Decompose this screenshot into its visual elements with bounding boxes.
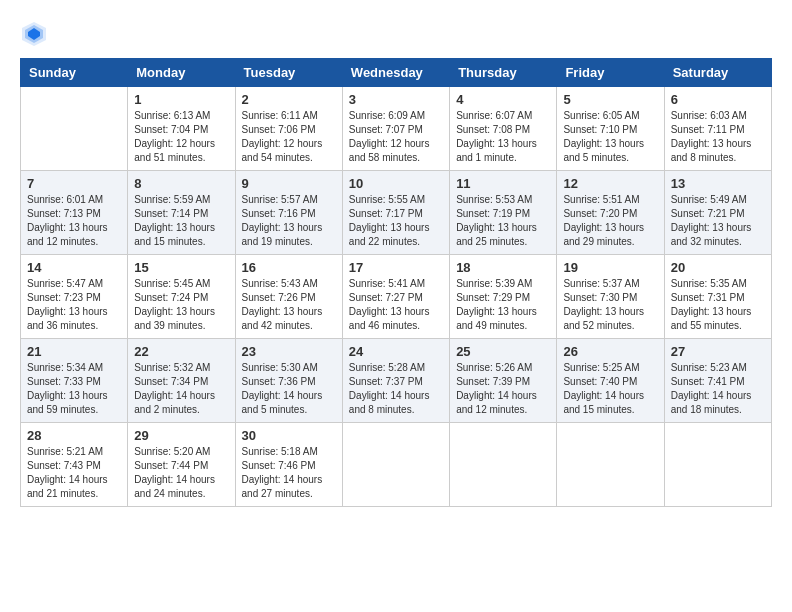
calendar-cell: 27Sunrise: 5:23 AMSunset: 7:41 PMDayligh… [664,339,771,423]
weekday-header-thursday: Thursday [450,59,557,87]
cell-sun-info: Sunrise: 5:18 AMSunset: 7:46 PMDaylight:… [242,445,336,501]
cell-sun-info: Sunrise: 5:35 AMSunset: 7:31 PMDaylight:… [671,277,765,333]
calendar-cell [21,87,128,171]
cell-date-number: 6 [671,92,765,107]
cell-date-number: 23 [242,344,336,359]
calendar-cell: 24Sunrise: 5:28 AMSunset: 7:37 PMDayligh… [342,339,449,423]
cell-sun-info: Sunrise: 5:59 AMSunset: 7:14 PMDaylight:… [134,193,228,249]
cell-sun-info: Sunrise: 6:07 AMSunset: 7:08 PMDaylight:… [456,109,550,165]
cell-date-number: 3 [349,92,443,107]
calendar-cell: 4Sunrise: 6:07 AMSunset: 7:08 PMDaylight… [450,87,557,171]
cell-date-number: 21 [27,344,121,359]
cell-date-number: 14 [27,260,121,275]
calendar-table: SundayMondayTuesdayWednesdayThursdayFrid… [20,58,772,507]
calendar-cell: 28Sunrise: 5:21 AMSunset: 7:43 PMDayligh… [21,423,128,507]
cell-sun-info: Sunrise: 5:30 AMSunset: 7:36 PMDaylight:… [242,361,336,417]
cell-sun-info: Sunrise: 5:55 AMSunset: 7:17 PMDaylight:… [349,193,443,249]
calendar-cell: 15Sunrise: 5:45 AMSunset: 7:24 PMDayligh… [128,255,235,339]
cell-sun-info: Sunrise: 5:21 AMSunset: 7:43 PMDaylight:… [27,445,121,501]
calendar-cell: 22Sunrise: 5:32 AMSunset: 7:34 PMDayligh… [128,339,235,423]
cell-sun-info: Sunrise: 5:49 AMSunset: 7:21 PMDaylight:… [671,193,765,249]
calendar-cell: 19Sunrise: 5:37 AMSunset: 7:30 PMDayligh… [557,255,664,339]
cell-sun-info: Sunrise: 5:25 AMSunset: 7:40 PMDaylight:… [563,361,657,417]
calendar-cell: 13Sunrise: 5:49 AMSunset: 7:21 PMDayligh… [664,171,771,255]
cell-date-number: 10 [349,176,443,191]
cell-date-number: 20 [671,260,765,275]
cell-sun-info: Sunrise: 6:01 AMSunset: 7:13 PMDaylight:… [27,193,121,249]
cell-date-number: 25 [456,344,550,359]
cell-sun-info: Sunrise: 5:47 AMSunset: 7:23 PMDaylight:… [27,277,121,333]
cell-sun-info: Sunrise: 5:39 AMSunset: 7:29 PMDaylight:… [456,277,550,333]
cell-date-number: 13 [671,176,765,191]
cell-sun-info: Sunrise: 5:41 AMSunset: 7:27 PMDaylight:… [349,277,443,333]
logo-icon [20,20,48,48]
calendar-cell: 8Sunrise: 5:59 AMSunset: 7:14 PMDaylight… [128,171,235,255]
cell-date-number: 1 [134,92,228,107]
cell-sun-info: Sunrise: 6:09 AMSunset: 7:07 PMDaylight:… [349,109,443,165]
weekday-header-sunday: Sunday [21,59,128,87]
cell-sun-info: Sunrise: 6:05 AMSunset: 7:10 PMDaylight:… [563,109,657,165]
cell-sun-info: Sunrise: 5:26 AMSunset: 7:39 PMDaylight:… [456,361,550,417]
cell-date-number: 16 [242,260,336,275]
cell-date-number: 2 [242,92,336,107]
weekday-header-friday: Friday [557,59,664,87]
calendar-cell: 30Sunrise: 5:18 AMSunset: 7:46 PMDayligh… [235,423,342,507]
calendar-week-3: 14Sunrise: 5:47 AMSunset: 7:23 PMDayligh… [21,255,772,339]
calendar-cell: 23Sunrise: 5:30 AMSunset: 7:36 PMDayligh… [235,339,342,423]
calendar-cell: 1Sunrise: 6:13 AMSunset: 7:04 PMDaylight… [128,87,235,171]
page-header [20,20,772,48]
cell-sun-info: Sunrise: 5:28 AMSunset: 7:37 PMDaylight:… [349,361,443,417]
cell-date-number: 30 [242,428,336,443]
calendar-cell: 9Sunrise: 5:57 AMSunset: 7:16 PMDaylight… [235,171,342,255]
calendar-cell: 25Sunrise: 5:26 AMSunset: 7:39 PMDayligh… [450,339,557,423]
cell-sun-info: Sunrise: 5:20 AMSunset: 7:44 PMDaylight:… [134,445,228,501]
calendar-cell: 20Sunrise: 5:35 AMSunset: 7:31 PMDayligh… [664,255,771,339]
cell-date-number: 19 [563,260,657,275]
calendar-cell: 21Sunrise: 5:34 AMSunset: 7:33 PMDayligh… [21,339,128,423]
calendar-week-2: 7Sunrise: 6:01 AMSunset: 7:13 PMDaylight… [21,171,772,255]
calendar-cell: 29Sunrise: 5:20 AMSunset: 7:44 PMDayligh… [128,423,235,507]
weekday-header-monday: Monday [128,59,235,87]
calendar-cell: 10Sunrise: 5:55 AMSunset: 7:17 PMDayligh… [342,171,449,255]
calendar-cell: 3Sunrise: 6:09 AMSunset: 7:07 PMDaylight… [342,87,449,171]
cell-date-number: 22 [134,344,228,359]
calendar-cell: 18Sunrise: 5:39 AMSunset: 7:29 PMDayligh… [450,255,557,339]
cell-date-number: 12 [563,176,657,191]
cell-date-number: 28 [27,428,121,443]
weekday-header-wednesday: Wednesday [342,59,449,87]
cell-date-number: 8 [134,176,228,191]
calendar-cell: 16Sunrise: 5:43 AMSunset: 7:26 PMDayligh… [235,255,342,339]
cell-date-number: 26 [563,344,657,359]
cell-date-number: 5 [563,92,657,107]
cell-sun-info: Sunrise: 5:32 AMSunset: 7:34 PMDaylight:… [134,361,228,417]
cell-date-number: 18 [456,260,550,275]
calendar-week-5: 28Sunrise: 5:21 AMSunset: 7:43 PMDayligh… [21,423,772,507]
calendar-week-4: 21Sunrise: 5:34 AMSunset: 7:33 PMDayligh… [21,339,772,423]
calendar-cell: 17Sunrise: 5:41 AMSunset: 7:27 PMDayligh… [342,255,449,339]
cell-date-number: 7 [27,176,121,191]
calendar-cell [557,423,664,507]
cell-date-number: 24 [349,344,443,359]
calendar-cell: 2Sunrise: 6:11 AMSunset: 7:06 PMDaylight… [235,87,342,171]
cell-sun-info: Sunrise: 5:34 AMSunset: 7:33 PMDaylight:… [27,361,121,417]
calendar-cell: 7Sunrise: 6:01 AMSunset: 7:13 PMDaylight… [21,171,128,255]
cell-sun-info: Sunrise: 6:13 AMSunset: 7:04 PMDaylight:… [134,109,228,165]
calendar-week-1: 1Sunrise: 6:13 AMSunset: 7:04 PMDaylight… [21,87,772,171]
calendar-cell: 5Sunrise: 6:05 AMSunset: 7:10 PMDaylight… [557,87,664,171]
cell-sun-info: Sunrise: 5:45 AMSunset: 7:24 PMDaylight:… [134,277,228,333]
weekday-header-tuesday: Tuesday [235,59,342,87]
calendar-cell: 14Sunrise: 5:47 AMSunset: 7:23 PMDayligh… [21,255,128,339]
calendar-header-row: SundayMondayTuesdayWednesdayThursdayFrid… [21,59,772,87]
cell-sun-info: Sunrise: 5:37 AMSunset: 7:30 PMDaylight:… [563,277,657,333]
cell-sun-info: Sunrise: 5:57 AMSunset: 7:16 PMDaylight:… [242,193,336,249]
cell-sun-info: Sunrise: 5:23 AMSunset: 7:41 PMDaylight:… [671,361,765,417]
cell-date-number: 11 [456,176,550,191]
calendar-cell [450,423,557,507]
calendar-cell [342,423,449,507]
cell-sun-info: Sunrise: 6:03 AMSunset: 7:11 PMDaylight:… [671,109,765,165]
weekday-header-saturday: Saturday [664,59,771,87]
cell-sun-info: Sunrise: 5:53 AMSunset: 7:19 PMDaylight:… [456,193,550,249]
calendar-cell [664,423,771,507]
cell-sun-info: Sunrise: 5:43 AMSunset: 7:26 PMDaylight:… [242,277,336,333]
cell-date-number: 9 [242,176,336,191]
